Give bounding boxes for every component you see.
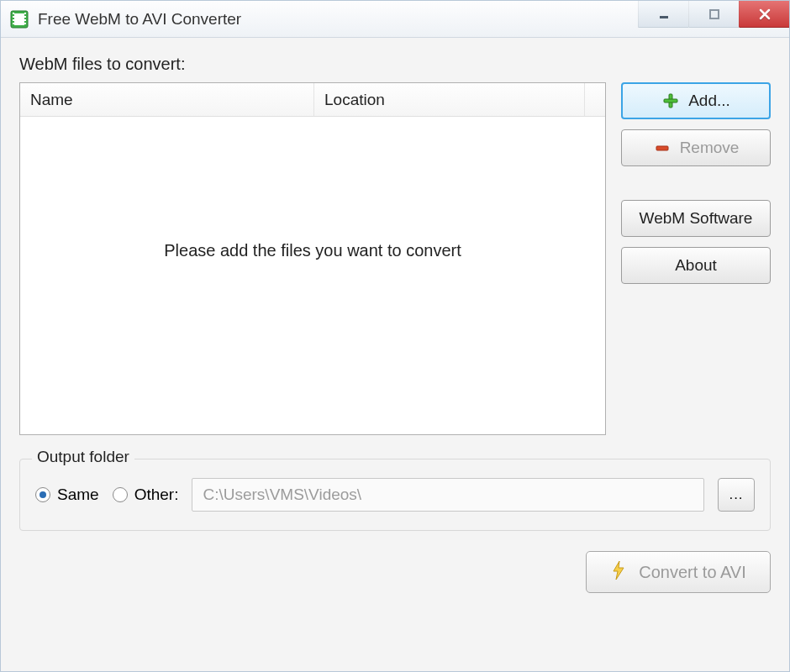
about-button[interactable]: About	[621, 247, 771, 284]
files-section-label: WebM files to convert:	[19, 55, 771, 74]
plus-icon	[661, 92, 680, 110]
maximize-button[interactable]	[688, 1, 739, 28]
about-label: About	[675, 256, 717, 275]
column-location[interactable]: Location	[314, 83, 585, 116]
output-row: Same Other: ...	[35, 478, 755, 512]
svg-rect-4	[13, 19, 14, 21]
empty-placeholder: Please add the files you want to convert	[164, 241, 461, 260]
window-controls	[638, 1, 789, 28]
svg-rect-5	[13, 23, 14, 24]
titlebar: Free WebM to AVI Converter	[1, 1, 789, 38]
svg-rect-10	[660, 16, 668, 18]
svg-rect-14	[656, 146, 668, 150]
svg-rect-8	[24, 19, 26, 21]
file-list[interactable]: Name Location Please add the files you w…	[19, 82, 606, 435]
app-icon	[9, 9, 29, 29]
main-row: Name Location Please add the files you w…	[19, 82, 771, 435]
add-button-label: Add...	[688, 92, 730, 110]
browse-button[interactable]: ...	[718, 478, 755, 512]
remove-button[interactable]: Remove	[621, 129, 771, 166]
svg-rect-1	[14, 13, 24, 25]
add-button[interactable]: Add...	[621, 82, 771, 119]
side-buttons: Add... Remove WebM Software About	[621, 82, 771, 435]
app-window: Free WebM to AVI Converter WebM files to…	[0, 0, 790, 672]
svg-rect-13	[664, 99, 677, 102]
minimize-button[interactable]	[638, 1, 688, 28]
footer-row: Convert to AVI	[19, 551, 771, 593]
radio-same[interactable]: Same	[35, 486, 99, 504]
convert-button-label: Convert to AVI	[639, 563, 745, 582]
webm-software-label: WebM Software	[640, 209, 753, 228]
svg-rect-2	[13, 13, 14, 14]
content-area: WebM files to convert: Name Location Ple…	[1, 38, 789, 671]
output-folder-legend: Output folder	[32, 448, 134, 466]
remove-button-label: Remove	[680, 139, 740, 157]
radio-same-circle	[35, 487, 50, 502]
close-button[interactable]	[739, 1, 789, 28]
output-folder-group: Output folder Same Other: ...	[19, 459, 771, 531]
window-title: Free WebM to AVI Converter	[38, 10, 241, 29]
svg-rect-9	[24, 23, 26, 24]
column-name[interactable]: Name	[20, 83, 314, 116]
svg-rect-7	[24, 16, 26, 18]
svg-rect-11	[710, 10, 719, 18]
table-header: Name Location	[20, 83, 605, 117]
webm-software-button[interactable]: WebM Software	[621, 200, 771, 237]
lightning-icon	[610, 559, 627, 585]
radio-other[interactable]: Other:	[113, 486, 179, 504]
minus-icon	[653, 139, 672, 157]
table-body: Please add the files you want to convert	[20, 117, 605, 434]
column-spacer	[585, 83, 605, 116]
radio-same-label: Same	[57, 486, 99, 504]
radio-other-circle	[113, 487, 128, 502]
radio-other-label: Other:	[134, 486, 179, 504]
svg-rect-3	[13, 16, 14, 18]
svg-rect-6	[24, 13, 26, 14]
output-path-input[interactable]	[192, 478, 704, 512]
convert-button[interactable]: Convert to AVI	[586, 551, 771, 593]
